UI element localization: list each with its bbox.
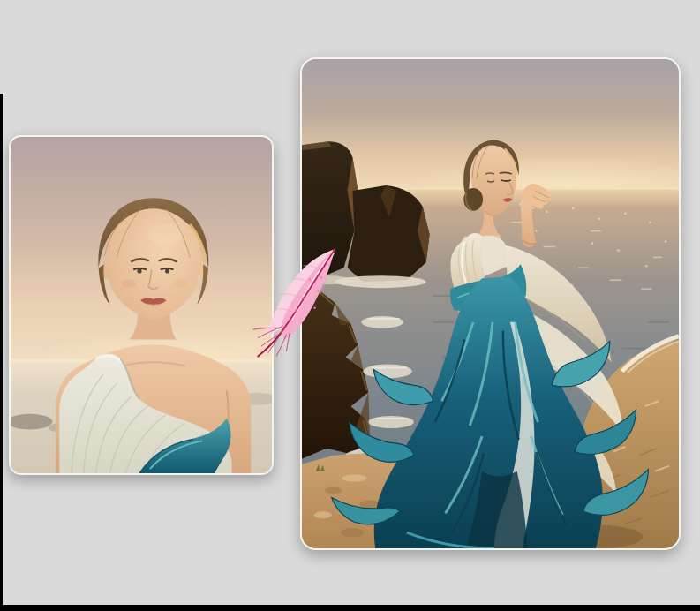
scene-image-card [300, 57, 681, 550]
portrait-image-card [9, 135, 274, 475]
bottom-black-edge [0, 605, 700, 611]
feather-icon [242, 239, 344, 365]
showcase-canvas [0, 0, 700, 611]
hair-bun [463, 188, 483, 211]
scene-image [302, 59, 679, 548]
left-black-edge [0, 94, 3, 611]
portrait-image [11, 137, 272, 473]
feather-icon-graphic [242, 239, 344, 365]
